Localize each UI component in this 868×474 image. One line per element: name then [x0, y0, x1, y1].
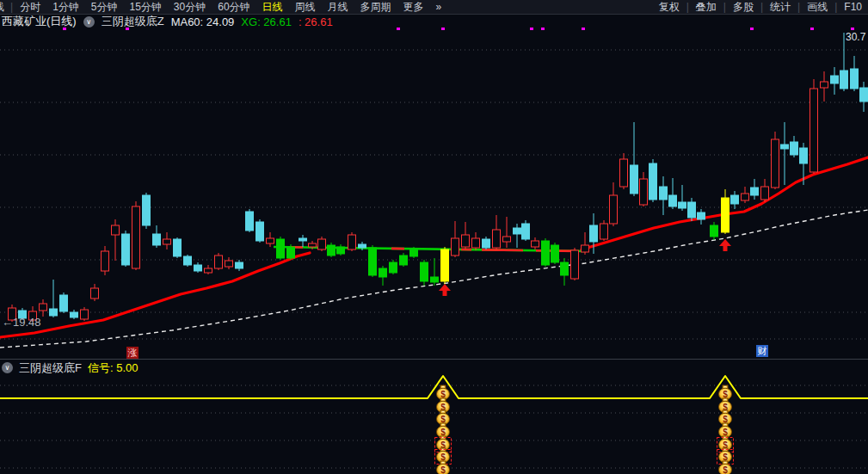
candle-body	[225, 261, 233, 267]
money-bag-icon: $	[723, 428, 728, 437]
candle-body	[267, 238, 274, 243]
candle-body	[493, 230, 501, 248]
candle-body	[772, 139, 779, 188]
candle-body	[400, 255, 408, 265]
candle-body	[860, 88, 868, 102]
candle-body	[781, 145, 789, 149]
candle-body	[132, 206, 140, 268]
event-dot	[441, 28, 445, 30]
candle-body	[679, 202, 686, 208]
signal-line	[0, 376, 868, 398]
candle-body	[215, 255, 223, 268]
candle-body	[503, 237, 511, 242]
panel2-header: ∨ 三阴超级底F 信号: 5.00	[2, 361, 138, 374]
candle-body	[328, 245, 336, 255]
candle-body	[60, 295, 68, 311]
event-dot	[397, 28, 400, 30]
candle-body	[421, 262, 428, 281]
panel2-indicator-name: 三阴超级底F	[19, 360, 82, 376]
candle-body	[810, 89, 818, 172]
event-dot	[541, 28, 545, 30]
ma60-line	[0, 253, 310, 337]
candle-body	[600, 224, 608, 239]
candle-body	[277, 239, 285, 258]
earnings-badge[interactable]: 财	[756, 345, 768, 357]
price-label-low: ←19.48	[2, 316, 41, 329]
candle-body	[91, 288, 99, 299]
candle-body	[348, 235, 356, 249]
candle-body	[431, 277, 439, 282]
money-bag-icon: $	[440, 465, 446, 474]
candle-body	[299, 238, 307, 241]
candle-body	[205, 268, 212, 273]
buy-arrow-icon	[439, 284, 451, 296]
candle-body	[390, 262, 397, 273]
money-bag-icon: $	[723, 415, 728, 424]
candle-body	[649, 163, 657, 200]
candle-body	[791, 142, 798, 155]
candle-body	[194, 265, 202, 271]
event-dot	[851, 28, 854, 30]
candle-body	[246, 212, 254, 231]
candle-body	[452, 238, 459, 255]
ma60-flat-red	[482, 249, 523, 250]
limit-up-badge[interactable]: 涨	[126, 347, 139, 359]
candle-body	[287, 247, 295, 258]
candle-body	[81, 310, 89, 319]
candle-body	[620, 159, 628, 187]
candle-body	[184, 256, 192, 265]
candle-body	[821, 82, 828, 88]
app-window: 线 | 分时1分钟5分钟15分钟30分钟60分钟日线周线月线多周期更多» 复权|…	[0, 0, 868, 474]
event-dot	[126, 28, 129, 30]
candle-body	[472, 238, 480, 248]
candle-body	[851, 69, 859, 89]
candle-body	[542, 241, 550, 265]
candle-body	[359, 244, 366, 248]
candle-body	[71, 312, 78, 317]
money-bag-icon: $	[440, 428, 446, 437]
candle-body	[688, 202, 696, 218]
candle-body	[143, 195, 151, 225]
signal-value: 信号: 5.00	[88, 360, 139, 376]
event-dot	[63, 28, 66, 30]
chevron-down-icon[interactable]: ∨	[2, 362, 13, 373]
money-bag-icon: $	[723, 452, 728, 462]
candle-body	[309, 243, 317, 247]
money-bag-icon: $	[723, 390, 728, 399]
candle-body	[522, 224, 530, 239]
candle-body	[551, 245, 559, 262]
candle-body	[236, 262, 243, 268]
candle-body	[256, 222, 264, 241]
event-dot	[810, 28, 814, 30]
candle-body	[571, 250, 579, 279]
candle-body	[711, 225, 718, 237]
candle-body	[112, 225, 120, 235]
candle-body	[669, 195, 677, 206]
candle-body	[483, 239, 490, 248]
candle-body	[532, 241, 539, 247]
candle-body	[50, 309, 58, 316]
candle-body	[698, 212, 705, 219]
candle-body	[441, 249, 449, 281]
money-bag-icon: $	[440, 452, 446, 462]
candle-body	[410, 249, 418, 256]
candle-body	[610, 195, 618, 224]
main-chart[interactable]: $$$$$$$$$$$$$$	[0, 0, 868, 474]
candle-body	[640, 179, 648, 205]
event-dot	[750, 28, 754, 30]
event-dot	[530, 28, 533, 30]
candle-body	[800, 148, 808, 163]
candle-body	[561, 262, 569, 275]
candle-body	[660, 187, 668, 200]
candle-body	[722, 198, 729, 232]
candle-body	[742, 194, 749, 200]
money-bag-icon: $	[440, 415, 446, 424]
candle-body	[751, 188, 759, 195]
price-label-high: 30.7	[846, 31, 865, 43]
candle-body	[840, 71, 848, 89]
candle-body	[102, 251, 109, 271]
candle-body	[379, 268, 387, 277]
candle-body	[174, 239, 182, 256]
candle-body	[731, 195, 739, 204]
candle-body	[163, 239, 171, 244]
